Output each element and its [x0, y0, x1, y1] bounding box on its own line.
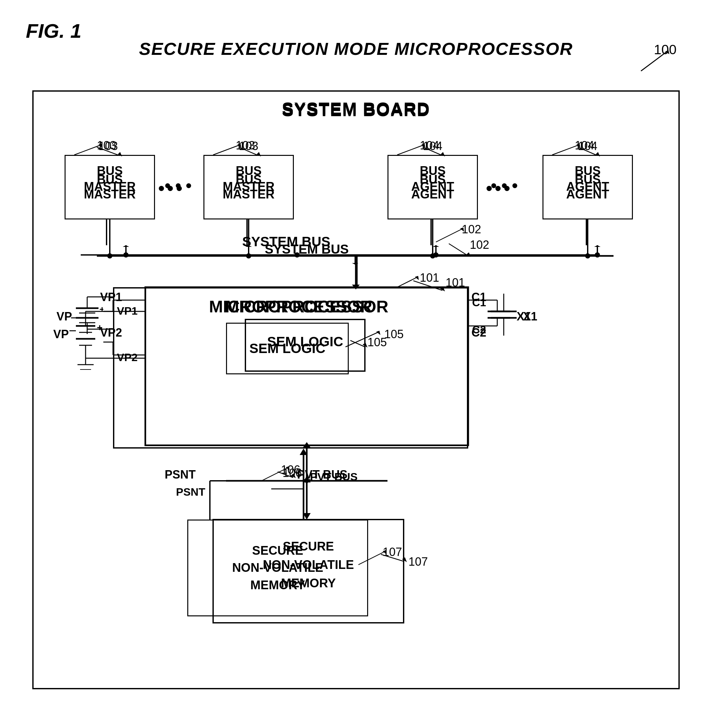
system-bus-text: SYSTEM BUS	[265, 242, 349, 256]
c1-text: C1	[472, 296, 486, 309]
arrow-bm1-up	[103, 219, 110, 252]
svg-line-6	[397, 145, 423, 155]
bus-agent-dots-display: •••	[486, 178, 513, 198]
x1-capacitor	[488, 294, 520, 345]
ref-106: 106	[283, 466, 302, 480]
sem-logic-text: SEM LOGIC	[245, 334, 365, 349]
bus-master-1-text: BUSMASTER	[65, 163, 155, 195]
bus-agent-1-text: BUSAGENT	[387, 163, 478, 195]
ref-102-label: 102	[462, 223, 481, 236]
psnt-text: PSNT	[176, 486, 205, 498]
ref-101-label: 101	[420, 271, 439, 285]
c2-text: C2	[472, 323, 486, 336]
ref-103b: 103	[239, 139, 258, 153]
svg-marker-26	[594, 245, 601, 247]
ref-102: 102	[470, 238, 489, 252]
arrow-ba2	[583, 219, 590, 252]
svg-line-10	[436, 229, 462, 242]
svg-line-2	[74, 145, 100, 155]
vp1-text: VP1	[117, 305, 138, 317]
arrow-bm2-down	[244, 219, 250, 252]
ref-107: 107	[408, 555, 428, 568]
vp2-text: VP2	[117, 351, 138, 364]
ref-100-label: 100	[654, 42, 676, 58]
vp-text: VP	[53, 327, 69, 341]
svg-line-8	[552, 145, 578, 155]
ref-104b: 104	[578, 139, 597, 153]
vp-connections	[65, 287, 129, 352]
ref-101: 101	[446, 276, 465, 290]
main-title: SECURE EXECUTION MODE MICROPROCESSOR	[0, 39, 712, 59]
bus-agent-2-text: BUSAGENT	[543, 163, 633, 195]
microprocessor-text: MICROPROCESSOR	[145, 297, 468, 316]
pvt-bus-text: PVT BUS	[310, 471, 357, 483]
x1-text: X1	[517, 310, 531, 323]
bus-master-2-text: BUSMASTER	[203, 163, 294, 195]
page: FIG. 1 SECURE EXECUTION MODE MICROPROCES…	[0, 0, 712, 728]
bus-master-dots-display: •••	[158, 178, 185, 198]
system-board-text: SYSTEM BOARD	[32, 100, 680, 120]
psnt-label: PSNT	[165, 468, 196, 481]
arrow-ba1	[428, 219, 434, 252]
secure-memory-text: SECURENON-VOLATILEMEMORY	[213, 537, 403, 592]
svg-marker-20	[123, 245, 129, 247]
ref-105-label: 105	[384, 327, 403, 341]
svg-marker-57	[300, 448, 307, 455]
ref-104a: 104	[423, 139, 442, 153]
ref-103a: 103	[98, 139, 118, 153]
ref-105: 105	[368, 336, 387, 349]
svg-line-4	[213, 145, 239, 155]
